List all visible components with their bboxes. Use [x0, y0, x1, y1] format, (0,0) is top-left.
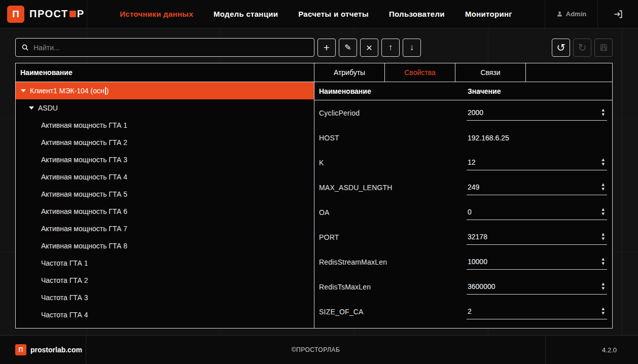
property-value[interactable]: 12: [467, 158, 601, 166]
move-down-button[interactable]: ↓: [403, 39, 421, 57]
toolbar-right-buttons: ↺↻: [552, 39, 613, 57]
stepper-up-icon[interactable]: ▲: [601, 208, 606, 211]
save-button[interactable]: [594, 39, 613, 57]
tree-item[interactable]: Частота ГТА 2: [16, 272, 314, 289]
property-row: RedisTsMaxLen3600000▲▼: [314, 274, 612, 299]
property-row: SIZE_OF_CA2▲▼: [314, 299, 612, 324]
search-input[interactable]: [33, 44, 308, 52]
property-name: OA: [314, 208, 467, 216]
tab-links[interactable]: Связи: [455, 63, 526, 82]
toolbar-left-buttons: +✎×↑↓: [317, 39, 421, 57]
tree-item[interactable]: Активная мощность ГТА 3: [16, 151, 314, 168]
tree-item[interactable]: Активная мощность ГТА 5: [16, 186, 314, 203]
stepper-up-icon[interactable]: ▲: [601, 108, 606, 112]
property-value-field[interactable]: 2▲▼: [467, 304, 607, 319]
undo-button[interactable]: ↺: [552, 39, 570, 57]
redo-button[interactable]: ↻: [573, 39, 591, 57]
property-row: PORT32178▲▼: [314, 225, 612, 249]
tree-item[interactable]: Активная мощность ГТА 2: [16, 134, 314, 151]
search-box[interactable]: [15, 38, 314, 57]
property-name: PORT: [314, 233, 467, 241]
move-up-button[interactable]: ↑: [381, 39, 400, 57]
nav-item-monitoring[interactable]: Мониторинг: [465, 10, 512, 18]
nav-item-station-model[interactable]: Модель станции: [214, 10, 278, 18]
user-name: Admin: [566, 10, 586, 18]
stepper-down-icon[interactable]: ▼: [601, 212, 606, 216]
property-value[interactable]: 2000: [467, 108, 601, 117]
property-value-field[interactable]: 12▲▼: [467, 155, 607, 170]
property-value-field[interactable]: 249▲▼: [467, 180, 607, 195]
stepper-down-icon[interactable]: ▼: [601, 237, 606, 241]
nav-item-users[interactable]: Пользователи: [389, 10, 445, 18]
property-name: RedisStreamMaxLen: [314, 258, 467, 266]
x-icon: ×: [366, 42, 372, 53]
tab-properties[interactable]: Свойства: [385, 63, 455, 82]
main-nav: Источники данныхМодель станцииРасчеты и …: [87, 0, 545, 28]
tab-attributes[interactable]: Атрибуты: [314, 63, 385, 82]
property-value[interactable]: 32178: [467, 233, 601, 241]
number-stepper: ▲▼: [601, 108, 607, 117]
add-button[interactable]: +: [317, 39, 336, 57]
brand: П ПРОСТ Р: [0, 0, 87, 28]
property-value-field[interactable]: 2000▲▼: [467, 105, 607, 121]
user-menu[interactable]: Admin: [545, 0, 597, 28]
stepper-down-icon[interactable]: ▼: [601, 188, 606, 191]
search-icon: [21, 44, 29, 51]
stepper-down-icon[interactable]: ▼: [601, 163, 606, 166]
property-value-field[interactable]: 0▲▼: [467, 205, 607, 220]
caret-down-icon[interactable]: [21, 89, 26, 92]
brand-square-icon: [69, 11, 76, 17]
property-value[interactable]: 0: [467, 208, 601, 216]
property-value-field[interactable]: 32178▲▼: [467, 230, 607, 245]
number-stepper: ▲▼: [601, 208, 607, 216]
tree-item[interactable]: Активная мощность ГТА 4: [16, 168, 314, 186]
property-row: RedisStreamMaxLen10000▲▼: [314, 249, 612, 274]
stepper-down-icon[interactable]: ▼: [601, 287, 606, 290]
tree-list: Клиент1 МЭК-104 (осн)ASDUАктивная мощнос…: [16, 82, 314, 328]
caret-down-icon[interactable]: [29, 106, 34, 110]
stepper-down-icon[interactable]: ▼: [601, 262, 606, 266]
tree-item[interactable]: Активная мощность ГТА 6: [16, 203, 314, 220]
property-value[interactable]: 192.168.6.25: [467, 134, 607, 142]
tree-item[interactable]: Частота ГТА 4: [16, 306, 314, 323]
arrow-up-icon: ↑: [388, 43, 393, 52]
property-value-field[interactable]: 192.168.6.25: [467, 130, 607, 145]
nav-item-data-sources[interactable]: Источники данных: [120, 10, 193, 18]
tree-item[interactable]: Активная мощность ГТА 1: [16, 117, 314, 134]
stepper-up-icon[interactable]: ▲: [601, 183, 606, 187]
tree-item[interactable]: Частота ГТА 1: [16, 254, 314, 272]
stepper-up-icon[interactable]: ▲: [601, 282, 606, 286]
number-stepper: ▲▼: [601, 258, 607, 266]
tree-item-root[interactable]: Клиент1 МЭК-104 (осн): [16, 82, 314, 99]
stepper-down-icon[interactable]: ▼: [601, 312, 606, 315]
stepper-up-icon[interactable]: ▲: [601, 158, 606, 162]
property-value-field[interactable]: 3600000▲▼: [467, 279, 607, 295]
tree-header-label: Наименование: [20, 68, 73, 77]
tree-item-group[interactable]: ASDU: [16, 99, 314, 117]
edit-button[interactable]: ✎: [339, 39, 357, 57]
footer-site-link[interactable]: prostorlab.com: [30, 346, 82, 354]
logout-icon: [613, 9, 623, 19]
number-stepper: ▲▼: [601, 158, 607, 166]
delete-button[interactable]: ×: [360, 39, 378, 57]
property-value[interactable]: 3600000: [467, 282, 601, 290]
plus-icon: +: [324, 42, 330, 53]
stepper-up-icon[interactable]: ▲: [601, 233, 606, 236]
property-value[interactable]: 2: [467, 307, 601, 315]
stepper-up-icon[interactable]: ▲: [601, 258, 606, 261]
tree-item[interactable]: Частота ГТА 3: [16, 289, 314, 306]
stepper-down-icon[interactable]: ▼: [601, 113, 606, 117]
stepper-up-icon[interactable]: ▲: [601, 307, 606, 311]
property-row: K12▲▼: [314, 150, 612, 175]
footer-logo-icon: П: [15, 344, 26, 355]
property-value-field[interactable]: 10000▲▼: [467, 254, 607, 270]
property-value[interactable]: 10000: [467, 258, 601, 266]
logout-button[interactable]: [597, 0, 638, 28]
app-footer: П prostorlab.com ©ПРОСТОРЛАБ 4.2.0: [0, 335, 638, 364]
tree-item[interactable]: Активная мощность ГТА 7: [16, 220, 314, 237]
property-name: SIZE_OF_CA: [314, 308, 467, 316]
property-value[interactable]: 249: [467, 183, 601, 191]
nav-item-calculations-reports[interactable]: Расчеты и отчеты: [298, 10, 369, 18]
text-cursor: [105, 87, 106, 95]
tree-item[interactable]: Активная мощность ГТА 8: [16, 237, 314, 254]
